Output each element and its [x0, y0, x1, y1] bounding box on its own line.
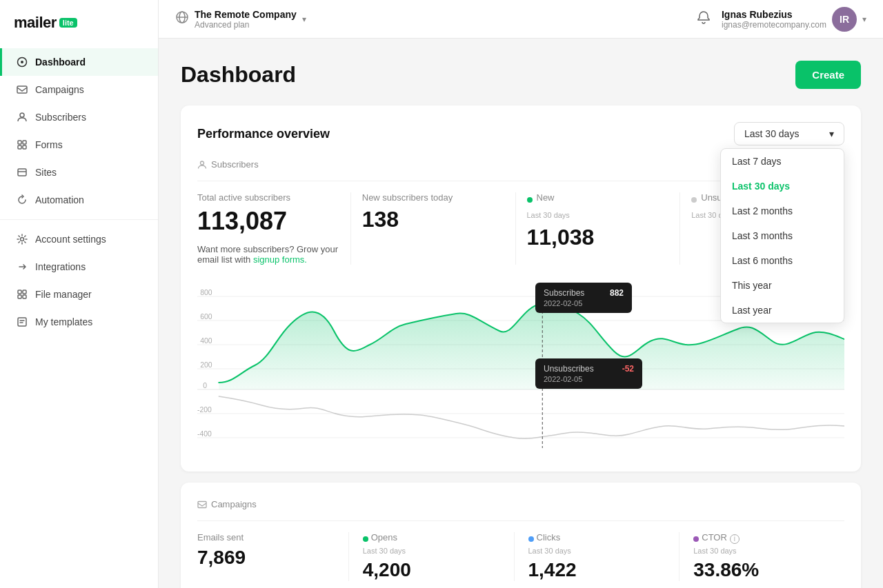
- date-range-dropdown[interactable]: Last 30 days ▾ Last 7 days Last 30 days …: [734, 122, 844, 145]
- campaigns-icon: [16, 83, 28, 96]
- dropdown-selected: Last 30 days: [744, 128, 799, 139]
- svg-text:0: 0: [203, 382, 207, 389]
- user-chevron-icon: ▾: [862, 14, 866, 24]
- nav-divider: [0, 219, 158, 220]
- opens-value: 4,200: [363, 559, 500, 581]
- svg-rect-12: [18, 295, 21, 298]
- campaigns-stats: Emails sent 7,869 Opens Last 30 days 4,2…: [197, 520, 844, 581]
- user-email: ignas@remotecompany.com: [722, 20, 826, 30]
- sidebar-nav: Dashboard Campaigns Subscribers Forms Si…: [0, 48, 158, 336]
- sidebar-item-account-settings[interactable]: Account settings: [0, 225, 158, 253]
- sidebar-item-sites[interactable]: Sites: [0, 159, 158, 186]
- opens-label: Opens: [371, 532, 397, 543]
- clicks-stat: Clicks Last 30 days 1,422: [515, 532, 680, 581]
- ctor-period: Last 30 days: [693, 547, 831, 555]
- tooltip-subscribes-label: Subscribes: [544, 288, 584, 298]
- campaigns-card: Campaigns Emails sent 7,869 Opens Last 3…: [181, 483, 861, 588]
- svg-rect-11: [23, 290, 26, 294]
- dropdown-menu: Last 7 days Last 30 days Last 2 months L…: [720, 148, 844, 323]
- tooltip-unsubscribes-date: 2022-02-05: [544, 375, 634, 383]
- campaigns-section-label: Campaigns: [197, 499, 844, 509]
- campaigns-label: Campaigns: [211, 499, 257, 509]
- dashboard-icon: [16, 56, 28, 68]
- sidebar-item-integrations-label: Integrations: [35, 261, 86, 272]
- svg-point-17: [201, 161, 204, 165]
- sidebar-item-file-manager[interactable]: File manager: [0, 281, 158, 308]
- globe-icon: [175, 10, 189, 28]
- dropdown-option-6months[interactable]: Last 6 months: [721, 248, 844, 273]
- logo-text: mailer: [14, 14, 57, 32]
- subscribers-icon: [16, 111, 28, 123]
- card-header: Performance overview Last 30 days ▾ Last…: [197, 122, 844, 145]
- ctor-value: 33.86%: [693, 559, 831, 581]
- dropdown-chevron-icon: ▾: [829, 128, 834, 139]
- my-templates-icon: [16, 316, 28, 328]
- svg-rect-5: [23, 141, 26, 144]
- company-plan: Advanced plan: [195, 20, 297, 30]
- dropdown-option-2months[interactable]: Last 2 months: [721, 199, 844, 223]
- subscribers-label: Subscribers: [211, 159, 259, 170]
- svg-rect-6: [18, 145, 21, 149]
- total-active-block: Total active subscribers 113,087 Want mo…: [197, 192, 351, 265]
- clicks-dot-icon: [528, 536, 534, 542]
- sidebar-item-sites-label: Sites: [35, 167, 57, 178]
- performance-overview-card: Performance overview Last 30 days ▾ Last…: [181, 105, 861, 472]
- dropdown-option-3months[interactable]: Last 3 months: [721, 223, 844, 248]
- page-header: Dashboard Create: [181, 61, 861, 89]
- unsub-dot-icon: [691, 197, 697, 203]
- new-dot-icon: [527, 197, 533, 203]
- main-area: The Remote Company Advanced plan ▾ Ignas…: [159, 0, 883, 588]
- opens-period: Last 30 days: [363, 547, 500, 555]
- svg-rect-13: [23, 295, 26, 298]
- new-today-value: 138: [362, 207, 504, 232]
- new-subscribers-value: 11,038: [527, 225, 669, 250]
- create-button[interactable]: Create: [795, 61, 861, 89]
- sidebar-item-integrations[interactable]: Integrations: [0, 253, 158, 281]
- new-period: Last 30 days: [527, 211, 669, 219]
- sidebar-item-subscribers[interactable]: Subscribers: [0, 103, 158, 131]
- tooltip-subscribes-date: 2022-02-05: [544, 299, 624, 307]
- sidebar-item-forms-label: Forms: [35, 139, 63, 150]
- clicks-label: Clicks: [537, 532, 561, 543]
- ctor-dot-icon: [693, 536, 699, 542]
- bell-icon[interactable]: [697, 10, 711, 28]
- opens-stat: Opens Last 30 days 4,200: [349, 532, 515, 581]
- dropdown-option-lastyear[interactable]: Last year: [721, 298, 844, 323]
- ctor-label: CTOR: [702, 532, 727, 543]
- svg-point-9: [21, 238, 24, 241]
- dropdown-button[interactable]: Last 30 days ▾: [734, 122, 844, 145]
- integrations-icon: [16, 261, 28, 273]
- sidebar-item-my-templates-label: My templates: [35, 316, 92, 327]
- sidebar-item-campaigns[interactable]: Campaigns: [0, 76, 158, 103]
- ctor-stat: CTOR i Last 30 days 33.86%: [679, 532, 844, 581]
- svg-text:-400: -400: [197, 430, 212, 438]
- signup-link[interactable]: signup forms.: [253, 254, 307, 265]
- logo-area: mailer lite: [0, 0, 158, 48]
- svg-rect-14: [18, 318, 26, 326]
- company-info[interactable]: The Remote Company Advanced plan ▾: [175, 9, 306, 30]
- user-info[interactable]: Ignas Rubezius ignas@remotecompany.com I…: [722, 7, 866, 32]
- header-right: Ignas Rubezius ignas@remotecompany.com I…: [697, 7, 866, 32]
- sidebar-item-dashboard[interactable]: Dashboard: [0, 48, 158, 76]
- tooltip-subscribes: Subscribes 882 2022-02-05: [535, 283, 632, 313]
- top-bar: The Remote Company Advanced plan ▾ Ignas…: [159, 0, 883, 39]
- svg-rect-2: [17, 86, 27, 93]
- dropdown-option-7days[interactable]: Last 7 days: [721, 149, 844, 174]
- sidebar-item-my-templates[interactable]: My templates: [0, 308, 158, 336]
- sidebar: mailer lite Dashboard Campaigns Subscrib…: [0, 0, 159, 588]
- sidebar-item-automation-label: Automation: [35, 194, 84, 205]
- sidebar-item-automation[interactable]: Automation: [0, 186, 158, 214]
- sites-icon: [16, 166, 28, 179]
- svg-rect-7: [23, 145, 26, 149]
- ctor-info-icon[interactable]: i: [730, 534, 740, 544]
- dropdown-option-30days[interactable]: Last 30 days: [721, 174, 844, 199]
- sidebar-item-forms[interactable]: Forms: [0, 131, 158, 159]
- signup-text: Want more subscribers? Grow your email l…: [197, 244, 339, 265]
- sidebar-item-account-settings-label: Account settings: [35, 234, 106, 245]
- total-active-value: 113,087: [197, 207, 339, 236]
- new-today-label: New subscribers today: [362, 192, 504, 203]
- account-settings-icon: [16, 233, 28, 245]
- svg-point-1: [21, 61, 23, 63]
- dropdown-option-thisyear[interactable]: This year: [721, 273, 844, 298]
- tooltip-unsubscribes-label: Unsubscribes: [544, 364, 594, 374]
